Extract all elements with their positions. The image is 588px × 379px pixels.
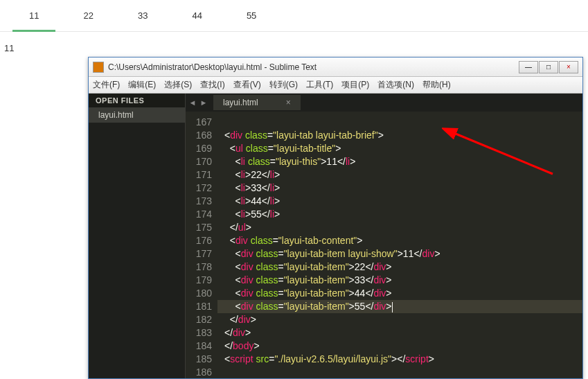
layui-tab-bar: 1122334455 [0, 0, 588, 32]
tab-11[interactable]: 11 [12, 0, 55, 32]
tab-22[interactable]: 22 [66, 0, 109, 32]
tab-44[interactable]: 44 [175, 0, 218, 32]
tab-55[interactable]: 55 [230, 0, 273, 32]
tab-content-text: 11 [0, 32, 588, 53]
tab-33[interactable]: 33 [121, 0, 164, 32]
